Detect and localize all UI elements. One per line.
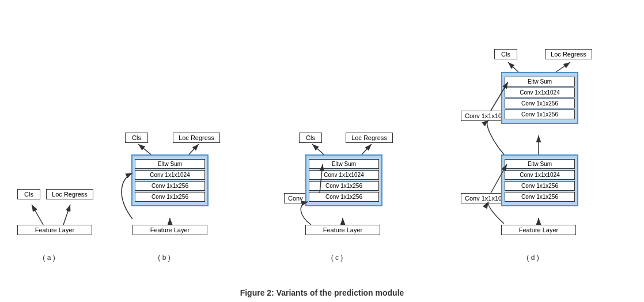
b-feature-layer: Feature Layer xyxy=(132,225,207,235)
d-loc-box: Loc Regress xyxy=(545,49,592,59)
c-conv1: Conv 1x1x1024 xyxy=(309,170,379,180)
d-cls-box: Cls xyxy=(494,49,517,59)
b-group: Eltw Sum Conv 1x1x1024 Conv 1x1x256 Conv… xyxy=(131,154,209,206)
d-conv3-lower: Conv 1x1x256 xyxy=(505,192,575,202)
a-feature-layer: Feature Layer xyxy=(17,225,92,235)
c-loc-box: Loc Regress xyxy=(346,133,393,143)
d-conv2-lower: Conv 1x1x256 xyxy=(505,181,575,191)
b-conv3: Conv 1x1x256 xyxy=(135,192,205,202)
d-conv1-lower: Conv 1x1x1024 xyxy=(505,170,575,180)
b-cls-box: Cls xyxy=(125,133,148,143)
b-eltw: Eltw Sum xyxy=(135,159,205,169)
d-eltw-upper: Eltw Sum xyxy=(505,77,575,86)
d-conv2-upper: Conv 1x1x256 xyxy=(505,99,575,108)
c-conv3: Conv 1x1x256 xyxy=(309,192,379,202)
c-label: ( c ) xyxy=(300,254,374,262)
c-conv2: Conv 1x1x256 xyxy=(309,181,379,191)
a-loc-box: Loc Regress xyxy=(46,189,93,199)
d-eltw-lower: Eltw Sum xyxy=(505,159,575,169)
b-conv2: Conv 1x1x256 xyxy=(135,181,205,191)
a-cls-box: Cls xyxy=(17,189,40,199)
a-label: ( a ) xyxy=(12,254,86,262)
d-feature-layer: Feature Layer xyxy=(501,225,576,235)
c-feature-layer: Feature Layer xyxy=(305,225,380,235)
b-label: ( b ) xyxy=(127,254,202,262)
c-cls-box: Cls xyxy=(299,133,322,143)
d-conv3-upper: Conv 1x1x256 xyxy=(505,110,575,119)
c-eltw: Eltw Sum xyxy=(309,159,379,169)
b-loc-box: Loc Regress xyxy=(173,133,220,143)
b-conv1: Conv 1x1x1024 xyxy=(135,170,205,180)
diagram-container: Feature Layer Cls Loc Regress ( a ) Feat… xyxy=(0,12,644,277)
c-group: Eltw Sum Conv 1x1x1024 Conv 1x1x256 Conv… xyxy=(305,154,382,206)
d-group-lower: Eltw Sum Conv 1x1x1024 Conv 1x1x256 Conv… xyxy=(501,154,578,206)
figure-caption: Figure 2: Variants of the prediction mod… xyxy=(0,288,644,297)
d-conv1-upper: Conv 1x1x1024 xyxy=(505,88,575,97)
d-group-upper: Eltw Sum Conv 1x1x1024 Conv 1x1x256 Conv… xyxy=(501,72,578,124)
d-label: ( d ) xyxy=(495,254,570,262)
